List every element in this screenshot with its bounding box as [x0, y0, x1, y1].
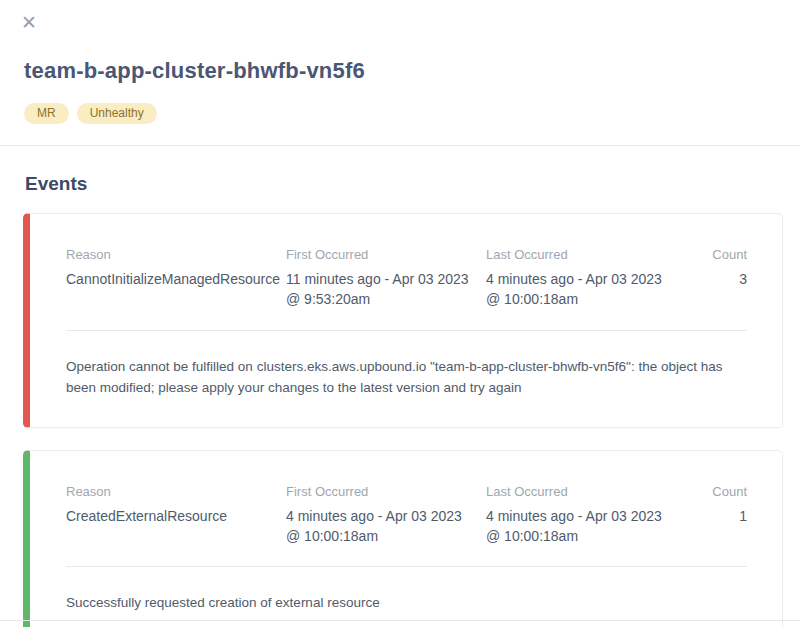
count-value: 1	[686, 506, 747, 526]
first-occurred-cell: First Occurred 4 minutes ago - Apr 03 20…	[286, 484, 486, 547]
last-occurred-value: 4 minutes ago - Apr 03 2023 @ 10:00:18am	[486, 506, 672, 547]
status-badge-health: Unhealthy	[77, 103, 157, 124]
reason-value: CannotInitializeManagedResource	[66, 269, 272, 289]
resource-detail-panel: ✕ team-b-app-cluster-bhwfb-vn5f6 MR Unhe…	[0, 0, 800, 627]
event-header-row: Reason CreatedExternalResource First Occ…	[66, 484, 747, 547]
event-message: Operation cannot be fulfilled on cluster…	[66, 356, 747, 399]
event-card-success: Reason CreatedExternalResource First Occ…	[23, 450, 783, 627]
first-occurred-column-label: First Occurred	[286, 484, 472, 499]
badge-row: MR Unhealthy	[24, 103, 157, 124]
header-divider	[0, 145, 800, 146]
reason-column-label: Reason	[66, 247, 272, 262]
count-column-label: Count	[686, 484, 747, 499]
card-divider	[66, 330, 747, 331]
reason-column-label: Reason	[66, 484, 272, 499]
bottom-divider	[0, 620, 800, 621]
last-occurred-column-label: Last Occurred	[486, 247, 672, 262]
reason-cell: Reason CreatedExternalResource	[66, 484, 286, 547]
page-title: team-b-app-cluster-bhwfb-vn5f6	[24, 58, 365, 84]
count-column-label: Count	[686, 247, 747, 262]
count-cell: Count 3	[686, 247, 747, 310]
first-occurred-column-label: First Occurred	[286, 247, 472, 262]
first-occurred-value: 4 minutes ago - Apr 03 2023 @ 10:00:18am	[286, 506, 472, 547]
count-value: 3	[686, 269, 747, 289]
reason-value: CreatedExternalResource	[66, 506, 272, 526]
card-divider	[66, 566, 747, 567]
events-list: Reason CannotInitializeManagedResource F…	[23, 213, 783, 627]
last-occurred-column-label: Last Occurred	[486, 484, 672, 499]
count-cell: Count 1	[686, 484, 747, 547]
first-occurred-value: 11 minutes ago - Apr 03 2023 @ 9:53:20am	[286, 269, 472, 310]
last-occurred-cell: Last Occurred 4 minutes ago - Apr 03 202…	[486, 484, 686, 547]
last-occurred-cell: Last Occurred 4 minutes ago - Apr 03 202…	[486, 247, 686, 310]
reason-cell: Reason CannotInitializeManagedResource	[66, 247, 286, 310]
close-icon[interactable]: ✕	[18, 12, 40, 34]
event-header-row: Reason CannotInitializeManagedResource F…	[66, 247, 747, 310]
status-badge-kind: MR	[24, 103, 69, 124]
first-occurred-cell: First Occurred 11 minutes ago - Apr 03 2…	[286, 247, 486, 310]
event-card-error: Reason CannotInitializeManagedResource F…	[23, 213, 783, 428]
last-occurred-value: 4 minutes ago - Apr 03 2023 @ 10:00:18am	[486, 269, 672, 310]
events-section-title: Events	[25, 173, 87, 195]
event-message: Successfully requested creation of exter…	[66, 592, 747, 614]
